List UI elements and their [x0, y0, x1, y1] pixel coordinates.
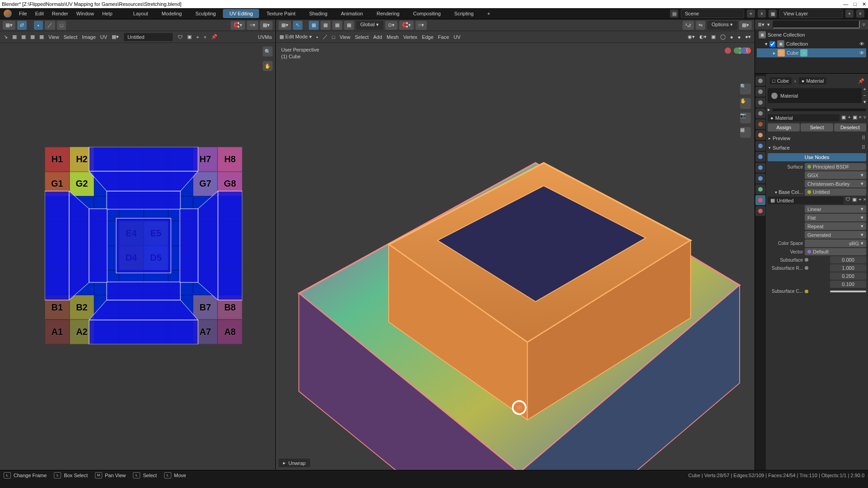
menu-file[interactable]: File	[15, 9, 31, 18]
uv-menu-uv[interactable]: UV	[100, 34, 107, 40]
uv-menu-image[interactable]: Image	[82, 34, 96, 40]
tree-collection[interactable]: ▾ ▣ Collection 👁	[757, 39, 866, 48]
view3d-xyz-icon[interactable]: ᵡᵧz	[683, 21, 694, 30]
mat-nodetree-icon[interactable]: ▿	[863, 114, 866, 122]
menu-edit[interactable]: Edit	[32, 9, 47, 18]
view3d-menu-view[interactable]: View	[340, 34, 350, 40]
ggx-dropdown[interactable]: GGX▾	[805, 171, 866, 179]
ws-uvediting[interactable]: UV Editing	[223, 9, 259, 18]
view3d-menu-edge[interactable]: Edge	[422, 34, 434, 40]
close-icon[interactable]: ✕	[862, 1, 866, 7]
source-dropdown[interactable]: Generated▾	[805, 231, 866, 239]
deselect-button[interactable]: Deselect	[834, 123, 866, 131]
view3d-mirror-icon[interactable]: ⇋	[696, 21, 705, 30]
ws-animation[interactable]: Animation	[335, 9, 369, 18]
menu-render[interactable]: Render	[48, 9, 72, 18]
view3d-menu-face[interactable]: Face	[438, 34, 449, 40]
mat-unlink-icon[interactable]: ×	[859, 114, 862, 122]
ws-add[interactable]: +	[481, 9, 496, 18]
material-slot[interactable]: Material	[768, 88, 862, 103]
uv-snap-icon[interactable]: 🧲▾	[231, 21, 245, 30]
view3d-selmode-edge[interactable]: ／	[323, 33, 328, 40]
ptab-texture[interactable]	[755, 206, 765, 216]
ptab-object[interactable]	[755, 130, 765, 140]
ptab-world[interactable]	[755, 119, 765, 129]
ws-layout[interactable]: Layout	[127, 9, 155, 18]
nav-camera-icon[interactable]: 📷	[740, 113, 751, 123]
scene-del-icon[interactable]: ×	[758, 9, 766, 18]
uv-editor-type-icon[interactable]: ▦▾	[3, 21, 15, 30]
ptab-scene[interactable]	[755, 108, 765, 118]
select-button[interactable]: Select	[801, 123, 833, 131]
view3d-shade4[interactable]: ▦	[344, 21, 354, 30]
tex-fake-icon[interactable]: 🛡	[845, 197, 850, 204]
view3d-overlays-icon[interactable]: ▦▾	[739, 21, 752, 30]
outliner-type-icon[interactable]: ≣▾	[758, 22, 764, 28]
use-nodes-button[interactable]: Use Nodes	[768, 153, 866, 161]
slot-add-icon[interactable]: +	[863, 86, 866, 92]
eye-icon[interactable]: 👁	[859, 41, 864, 47]
view3d-solid-icon[interactable]: ●	[730, 34, 733, 40]
uv-image-open-icon[interactable]: ▣	[187, 34, 192, 40]
uv-image-unlink-icon[interactable]: ×	[204, 34, 207, 40]
uv-sync-icon[interactable]: ⇄	[17, 21, 27, 30]
bc-material[interactable]: ● Material	[799, 77, 827, 84]
uv-image-link-icon[interactable]: ▦▾	[112, 34, 119, 40]
menu-help[interactable]: Help	[99, 9, 116, 18]
menu-window[interactable]: Window	[73, 9, 98, 18]
mat-copy-icon[interactable]: ▣	[853, 114, 857, 122]
view3d-propedit-icon[interactable]: ○▾	[415, 21, 427, 30]
tree-cube[interactable]: ▸ ▽ Cube ⟐ 👁	[757, 48, 866, 57]
uv-selmode-vertex[interactable]: ▪	[34, 21, 43, 30]
uv-hand-icon[interactable]: ✋	[263, 61, 273, 71]
uv-selmode-face[interactable]: □	[57, 21, 66, 30]
uv-menu-select[interactable]: Select	[64, 34, 78, 40]
uv-menu-view[interactable]: View	[48, 34, 59, 40]
nav-zoom-icon[interactable]: 🔍	[740, 84, 751, 94]
uv-selmode-edge[interactable]: ／	[45, 21, 55, 30]
view3d-menu-mesh[interactable]: Mesh	[387, 34, 399, 40]
basecolor-tex[interactable]: Untitled	[805, 188, 866, 196]
viewlayer-icon[interactable]: ▦	[769, 9, 777, 18]
view3d-shade3[interactable]: ▦	[332, 21, 342, 30]
mat-browse-icon[interactable]: ▣	[841, 114, 846, 122]
view3d-viewport[interactable]: User Perspective (1) Cube	[276, 43, 755, 470]
bc-object[interactable]: □ Cube	[769, 77, 792, 84]
collection-checkbox[interactable]	[769, 41, 775, 47]
tex-new-icon[interactable]: +	[859, 197, 861, 204]
sr2[interactable]: 0.200	[830, 272, 866, 280]
colorspace-dropdown[interactable]: sRG ▾	[805, 239, 866, 247]
uv-image-dropdown[interactable]: ▦▾	[260, 21, 273, 30]
view3d-orient[interactable]: Global ▾	[356, 21, 383, 30]
nav-hand-icon[interactable]: ✋	[740, 98, 751, 109]
view3d-rendered-icon[interactable]: ●▾	[745, 34, 751, 40]
scene-input[interactable]	[681, 9, 744, 18]
slot-drag[interactable]	[772, 108, 866, 111]
slot-menu-icon[interactable]: ▾	[863, 99, 866, 105]
view3d-pivot-icon[interactable]: ⊙▾	[385, 21, 397, 30]
ext-dropdown[interactable]: Repeat▾	[805, 222, 866, 230]
nav-persp-icon[interactable]: ▦	[740, 127, 751, 138]
ws-compositing[interactable]: Compositing	[407, 9, 447, 18]
uv-fake-user-icon[interactable]: 🛡	[178, 34, 183, 40]
sr1[interactable]: 1.000	[830, 264, 866, 272]
uv-tool3-icon[interactable]: ▦	[30, 34, 35, 40]
interp-dropdown[interactable]: Linear▾	[805, 205, 866, 213]
ptab-mesh[interactable]	[755, 184, 765, 194]
uv-tool2-icon[interactable]: ▦	[21, 34, 26, 40]
uv-propedit-icon[interactable]: ○▾	[247, 21, 258, 30]
ptab-viewlayer[interactable]	[755, 98, 765, 108]
ws-modeling[interactable]: Modeling	[156, 9, 189, 18]
proj-dropdown[interactable]: Flat▾	[805, 214, 866, 221]
uv-corner-icon[interactable]: ↘	[4, 34, 8, 40]
view3d-xray-icon[interactable]: ▣	[711, 34, 716, 40]
panel-surface[interactable]: ▾Surface⠿	[768, 143, 866, 152]
view3d-shade2[interactable]: ▦	[321, 21, 330, 30]
ptab-render[interactable]	[755, 76, 765, 86]
uv-image-name[interactable]	[123, 33, 173, 42]
vector-input[interactable]: Default	[805, 248, 866, 255]
minimize-icon[interactable]: —	[843, 1, 848, 7]
ptab-particles[interactable]	[755, 152, 765, 162]
view3d-overlay-toggle[interactable]: ◐▾	[699, 34, 707, 40]
outliner-search[interactable]	[773, 20, 860, 28]
